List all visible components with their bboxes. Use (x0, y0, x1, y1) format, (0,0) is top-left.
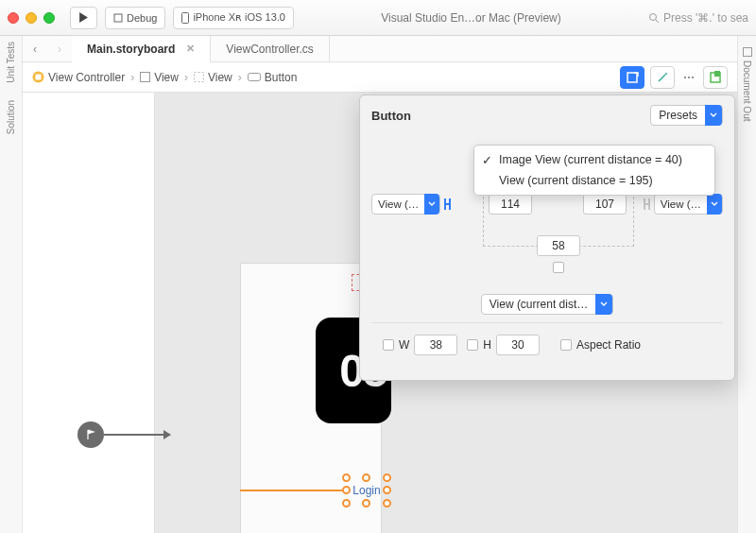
neighbor-suggestion-menu: Image View (current distance = 40) View … (473, 145, 715, 196)
nav-forward-button[interactable]: › (49, 39, 70, 60)
chevron-down-icon (595, 294, 612, 315)
scheme-selector[interactable]: Debug (105, 7, 165, 29)
left-spacing-input[interactable]: 114 (489, 194, 532, 215)
designer-tools: ⋯ (620, 66, 728, 89)
breadcrumb-separator: › (238, 71, 242, 84)
search-placeholder: Press '⌘.' to sea (663, 11, 748, 25)
width-label: W (399, 338, 409, 352)
editor-tabs: ‹ › Main.storyboard ✕ ViewController.cs (23, 36, 737, 62)
titlebar: Debug iPhone Xʀ iOS 13.0 Visual Studio E… (0, 0, 756, 36)
aspect-ratio-label: Aspect Ratio (576, 338, 641, 352)
chevron-down-icon (705, 105, 722, 126)
height-checkbox[interactable] (467, 339, 478, 351)
crumb-view-1[interactable]: View (140, 71, 179, 84)
viewcontroller-icon (32, 71, 44, 83)
width-input[interactable]: 38 (414, 335, 457, 355)
right-tool-rail: Document Out (737, 36, 756, 533)
suggestion-item-view[interactable]: View (current distance = 195) (474, 170, 714, 191)
crumb-viewcontroller[interactable]: View Controller (32, 71, 125, 84)
close-window-button[interactable] (8, 12, 19, 24)
constraints-tool-button[interactable] (620, 66, 644, 89)
svg-rect-7 (194, 73, 203, 82)
bottom-pin-checkbox[interactable] (553, 262, 564, 273)
svg-rect-0 (114, 14, 122, 22)
tab-viewcontroller[interactable]: ViewController.cs (211, 36, 329, 62)
chevron-down-icon (424, 194, 439, 215)
document-outline-pad[interactable]: Document Out (742, 60, 752, 121)
panel-toggle-icon[interactable] (743, 47, 752, 57)
maximize-window-button[interactable] (43, 12, 55, 24)
view-icon (194, 72, 204, 82)
tab-main-storyboard[interactable]: Main.storyboard ✕ (72, 36, 211, 62)
search-box[interactable]: Press '⌘.' to sea (648, 11, 748, 25)
breadcrumb-separator: › (184, 71, 188, 84)
solution-pad[interactable]: Solution (6, 100, 16, 134)
suggestion-item-imageview[interactable]: Image View (current distance = 40) (474, 149, 714, 170)
device-label: iPhone Xʀ iOS 13.0 (193, 11, 285, 24)
separator (371, 322, 723, 323)
size-constraints-row: W 38 H 30 Aspect Ratio (371, 331, 723, 367)
nearest-label: View (current dist… (482, 298, 595, 311)
resize-handle[interactable] (342, 499, 351, 507)
right-neighbor-selector[interactable]: View (… (644, 194, 723, 215)
flag-icon (77, 421, 104, 448)
selected-login-button[interactable]: Login (347, 478, 387, 503)
presets-dropdown[interactable]: Presets (650, 105, 723, 126)
height-input[interactable]: 30 (496, 335, 540, 355)
svg-point-10 (665, 73, 667, 75)
breadcrumb-separator: › (130, 71, 134, 84)
alignment-guide (240, 490, 347, 491)
login-label: Login (352, 484, 380, 497)
run-button[interactable] (70, 7, 97, 29)
unit-tests-pad[interactable]: Unit Tests (6, 42, 16, 83)
resize-handle[interactable] (342, 473, 351, 482)
wand-tool-button[interactable] (650, 66, 675, 89)
button-icon (248, 73, 261, 81)
close-tab-icon[interactable]: ✕ (186, 43, 195, 55)
svg-rect-1 (182, 12, 189, 23)
svg-rect-8 (248, 74, 260, 81)
width-checkbox[interactable] (383, 339, 394, 351)
bottom-spacing-input[interactable]: 58 (537, 235, 580, 256)
right-strut-toggle[interactable] (644, 198, 650, 210)
resize-handle[interactable] (383, 499, 391, 507)
right-spacing-input[interactable]: 107 (583, 194, 627, 215)
nearest-neighbor-dropdown[interactable]: View (current dist… (481, 294, 613, 315)
left-neighbor-selector[interactable]: View (… (371, 194, 451, 215)
left-strut-toggle[interactable] (444, 198, 451, 210)
scene-entry-arrow[interactable] (77, 421, 170, 448)
left-tool-rail: Unit Tests Solution (0, 36, 23, 533)
left-neighbor-label: View (… (372, 198, 424, 210)
svg-point-2 (650, 13, 657, 20)
chevron-down-icon (707, 194, 722, 215)
resize-handle[interactable] (342, 486, 351, 494)
arrow-icon (104, 434, 170, 436)
crumb-button[interactable]: Button (248, 71, 298, 84)
aspect-ratio-checkbox[interactable] (560, 339, 572, 351)
resize-handle[interactable] (383, 473, 391, 482)
resize-handle[interactable] (383, 486, 391, 494)
window-title: Visual Studio En…or Mac (Preview) (301, 11, 641, 25)
window-controls (8, 12, 55, 24)
apply-constraints-button[interactable] (703, 66, 728, 89)
constraints-popover: Button Presets Image View (current dista… (359, 95, 735, 381)
right-neighbor-label: View (… (655, 198, 707, 210)
height-label: H (483, 338, 491, 352)
svg-rect-12 (714, 71, 720, 77)
view-icon (140, 72, 150, 82)
svg-rect-5 (36, 75, 42, 80)
resize-handle[interactable] (362, 499, 370, 507)
nav-back-button[interactable]: ‹ (25, 39, 45, 60)
svg-line-3 (656, 20, 659, 23)
more-tools-button[interactable]: ⋯ (680, 66, 697, 89)
device-selector[interactable]: iPhone Xʀ iOS 13.0 (173, 7, 294, 29)
svg-rect-6 (141, 73, 150, 82)
tab-label: ViewController.cs (226, 43, 313, 56)
search-icon (648, 12, 660, 24)
tab-label: Main.storyboard (87, 43, 175, 56)
crumb-view-2[interactable]: View (194, 71, 232, 84)
svg-rect-9 (627, 73, 637, 82)
canvas-gutter (23, 93, 155, 533)
resize-handle[interactable] (362, 473, 370, 482)
minimize-window-button[interactable] (26, 12, 37, 24)
